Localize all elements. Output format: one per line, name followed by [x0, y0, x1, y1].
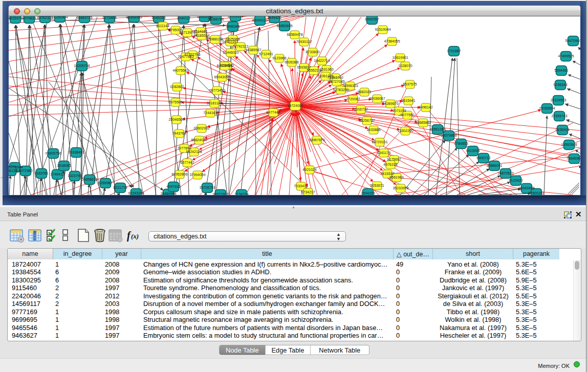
- svg-text:19205798: 19205798: [74, 64, 90, 68]
- svg-text:1749410: 1749410: [50, 172, 64, 176]
- svg-text:23079868: 23079868: [441, 134, 456, 137]
- svg-text:85824020: 85824020: [191, 138, 207, 142]
- svg-text:09605756: 09605756: [45, 151, 61, 155]
- svg-text:1701887: 1701887: [447, 49, 461, 53]
- svg-text:3134334: 3134334: [234, 192, 248, 195]
- svg-text:1028070: 1028070: [398, 64, 412, 68]
- svg-text:96669725: 96669725: [76, 16, 92, 19]
- svg-text:75646960: 75646960: [566, 157, 580, 160]
- svg-text:1818085: 1818085: [57, 164, 71, 167]
- svg-text:18685862: 18685862: [415, 121, 431, 124]
- svg-text:5594461: 5594461: [554, 69, 568, 72]
- svg-text:83040119: 83040119: [252, 18, 268, 22]
- svg-text:2071153: 2071153: [393, 109, 406, 113]
- svg-text:78596303: 78596303: [342, 84, 358, 87]
- svg-text:0375580: 0375580: [168, 100, 182, 104]
- svg-text:9846346: 9846346: [226, 25, 239, 28]
- svg-text:4021024: 4021024: [302, 168, 316, 171]
- svg-text:8733830: 8733830: [306, 50, 319, 54]
- svg-text:(x): (x): [131, 232, 139, 240]
- svg-text:66713976: 66713976: [179, 31, 195, 34]
- svg-text:4976318: 4976318: [383, 163, 397, 166]
- svg-text:6477448: 6477448: [266, 111, 280, 114]
- svg-text:84026461: 84026461: [216, 64, 232, 68]
- svg-text:26477883: 26477883: [178, 55, 193, 58]
- svg-text:6221778: 6221778: [113, 186, 127, 189]
- svg-text:10990695: 10990695: [227, 16, 243, 18]
- svg-text:59470900: 59470900: [565, 39, 580, 42]
- svg-text:70338491: 70338491: [68, 150, 84, 154]
- svg-text:15988178: 15988178: [207, 37, 223, 41]
- svg-text:08773452: 08773452: [209, 89, 225, 92]
- svg-text:51446020: 51446020: [223, 51, 238, 54]
- svg-text:84850695: 84850695: [276, 24, 292, 28]
- svg-text:6111144: 6111144: [156, 24, 169, 28]
- svg-text:6269987: 6269987: [98, 181, 112, 185]
- svg-text:00602932: 00602932: [193, 126, 209, 130]
- svg-text:1341176: 1341176: [377, 151, 391, 155]
- svg-text:9926388: 9926388: [285, 60, 298, 64]
- svg-text:0282802: 0282802: [170, 85, 184, 89]
- svg-text:26119553: 26119553: [551, 98, 567, 102]
- svg-text:6900712: 6900712: [476, 156, 490, 160]
- svg-text:9825979: 9825979: [9, 16, 23, 20]
- svg-text:7443764: 7443764: [172, 132, 186, 135]
- svg-text:13302290: 13302290: [397, 129, 413, 133]
- svg-text:71863740: 71863740: [327, 76, 343, 79]
- svg-text:84385567: 84385567: [245, 48, 261, 52]
- svg-text:10619901: 10619901: [392, 56, 408, 59]
- svg-text:19592648: 19592648: [561, 143, 577, 146]
- svg-text:86958969: 86958969: [126, 16, 142, 19]
- svg-text:96043498: 96043498: [518, 186, 534, 190]
- svg-text:35726793: 35726793: [199, 186, 215, 189]
- svg-text:3944117: 3944117: [177, 16, 191, 20]
- svg-text:82952806: 82952806: [171, 172, 187, 176]
- svg-text:4047632: 4047632: [166, 185, 180, 188]
- svg-text:1825968: 1825968: [226, 37, 239, 41]
- svg-text:7244161: 7244161: [203, 111, 217, 115]
- svg-text:47384055: 47384055: [384, 39, 400, 43]
- svg-text:1323796: 1323796: [68, 174, 81, 178]
- svg-text:3316732: 3316732: [354, 107, 367, 111]
- svg-text:9072360: 9072360: [18, 169, 32, 172]
- svg-text:6577447: 6577447: [180, 161, 194, 164]
- svg-text:9162051: 9162051: [34, 171, 48, 175]
- svg-text:85256737: 85256737: [359, 119, 375, 122]
- svg-text:33181104: 33181104: [207, 101, 223, 105]
- svg-text:52783230: 52783230: [333, 88, 349, 92]
- svg-text:23046509: 23046509: [168, 118, 184, 121]
- svg-text:58242128: 58242128: [186, 150, 202, 154]
- svg-text:55266786: 55266786: [208, 17, 224, 21]
- svg-text:9123966: 9123966: [272, 56, 286, 60]
- svg-text:1531363: 1531363: [319, 68, 333, 71]
- svg-text:92243298: 92243298: [128, 191, 144, 195]
- svg-text:9077550: 9077550: [400, 113, 414, 117]
- svg-text:0835924: 0835924: [555, 128, 569, 132]
- svg-text:30886091: 30886091: [486, 164, 502, 167]
- svg-text:5053671: 5053671: [370, 184, 384, 187]
- svg-text:5555219: 5555219: [307, 69, 320, 72]
- svg-text:5049258: 5049258: [151, 16, 165, 19]
- svg-text:8537575: 8537575: [403, 82, 417, 86]
- svg-text:6496142: 6496142: [419, 105, 432, 109]
- svg-text:70930137: 70930137: [296, 40, 312, 43]
- svg-text:7415537: 7415537: [380, 172, 394, 176]
- svg-text:8123420: 8123420: [509, 179, 522, 182]
- svg-text:59658616: 59658616: [81, 178, 97, 181]
- svg-text:47499525: 47499525: [558, 54, 574, 58]
- svg-text:37994059: 37994059: [189, 173, 205, 177]
- svg-text:0784853: 0784853: [454, 142, 468, 145]
- svg-text:6992057: 6992057: [365, 17, 379, 21]
- svg-text:38469994: 38469994: [160, 192, 176, 195]
- svg-text:18724007: 18724007: [287, 104, 303, 107]
- svg-text:27742112: 27742112: [233, 45, 249, 48]
- svg-text:76727045: 76727045: [329, 80, 344, 83]
- svg-text:9175697: 9175697: [387, 158, 401, 161]
- svg-text:88762328: 88762328: [37, 16, 53, 19]
- svg-text:91519044: 91519044: [375, 28, 390, 31]
- svg-text:65043055: 65043055: [214, 75, 230, 79]
- svg-text:7186159: 7186159: [9, 169, 18, 172]
- svg-text:8514161: 8514161: [193, 30, 207, 33]
- svg-text:35233978: 35233978: [393, 186, 408, 190]
- svg-text:9074833: 9074833: [22, 16, 36, 20]
